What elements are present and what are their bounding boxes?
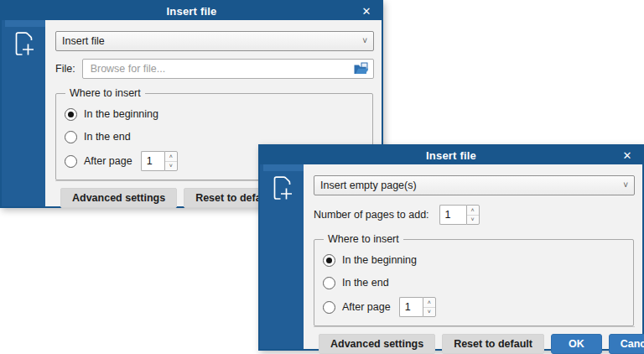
close-icon[interactable]: ✕ bbox=[621, 146, 634, 164]
radio-label: After page bbox=[342, 301, 391, 313]
after-page-spinner: ˄ ˅ bbox=[141, 151, 178, 171]
radio-label: In the beginning bbox=[342, 254, 417, 266]
button-row: Advanced settings Reset to default OK Ca… bbox=[314, 326, 635, 354]
file-label: File: bbox=[55, 63, 75, 75]
insert-file-dialog-front: Insert file ✕ Insert empty page(s) ˅ Num… bbox=[258, 144, 644, 351]
spin-down-icon[interactable]: ˅ bbox=[423, 308, 435, 317]
number-of-pages-spinner: ˄ ˅ bbox=[439, 205, 480, 225]
dropdown-value: Insert file bbox=[62, 35, 105, 47]
spin-arrows: ˄ ˅ bbox=[423, 297, 436, 317]
chevron-down-icon: ˅ bbox=[623, 181, 628, 190]
reset-to-default-button[interactable]: Reset to default bbox=[442, 334, 544, 354]
cancel-button[interactable]: Cancel bbox=[609, 334, 644, 354]
spin-arrows: ˄ ˅ bbox=[164, 151, 178, 171]
dropdown-value: Insert empty page(s) bbox=[320, 180, 417, 191]
titlebar[interactable]: Insert file ✕ bbox=[260, 146, 642, 164]
close-icon[interactable]: ✕ bbox=[360, 2, 373, 20]
where-to-insert-group: Where to insert In the beginning In the … bbox=[314, 233, 634, 326]
number-of-pages-row: Number of pages to add: ˄ ˅ bbox=[314, 205, 635, 225]
chevron-down-icon: ˅ bbox=[362, 37, 367, 45]
file-input-box bbox=[82, 59, 374, 79]
radio-label: In the beginning bbox=[84, 108, 158, 120]
after-page-input[interactable] bbox=[141, 151, 164, 171]
dialog-title: Insert file bbox=[167, 5, 217, 18]
dialog-content: Insert empty page(s) ˅ Number of pages t… bbox=[304, 164, 642, 349]
file-input[interactable] bbox=[89, 62, 353, 75]
sidebar-highlight bbox=[263, 164, 304, 171]
sidebar bbox=[260, 164, 304, 349]
group-label: Where to insert bbox=[65, 87, 145, 99]
after-page-spinner: ˄ ˅ bbox=[399, 297, 436, 317]
spin-up-icon[interactable]: ˄ bbox=[165, 152, 177, 162]
spin-down-icon[interactable]: ˅ bbox=[165, 162, 177, 171]
insert-file-icon bbox=[11, 29, 36, 58]
advanced-settings-button[interactable]: Advanced settings bbox=[60, 188, 177, 208]
insert-type-dropdown[interactable]: Insert file ˅ bbox=[55, 31, 374, 51]
radio-icon bbox=[65, 131, 77, 143]
radio-label: After page bbox=[84, 155, 132, 167]
spin-arrows: ˄ ˅ bbox=[466, 205, 480, 225]
radio-after-page[interactable]: After page ˄ ˅ bbox=[323, 297, 625, 317]
spin-down-icon[interactable]: ˅ bbox=[467, 216, 479, 225]
titlebar[interactable]: Insert file ✕ bbox=[2, 2, 382, 20]
insert-type-dropdown[interactable]: Insert empty page(s) ˅ bbox=[314, 175, 635, 195]
after-page-input[interactable] bbox=[399, 297, 423, 317]
group-label: Where to insert bbox=[324, 233, 403, 245]
dialog-body: Insert empty page(s) ˅ Number of pages t… bbox=[260, 164, 642, 349]
number-of-pages-label: Number of pages to add: bbox=[314, 209, 429, 221]
sidebar bbox=[2, 20, 45, 206]
radio-icon bbox=[323, 254, 335, 267]
radio-label: In the end bbox=[84, 131, 131, 143]
radio-in-the-end[interactable]: In the end bbox=[65, 128, 364, 145]
radio-icon bbox=[65, 155, 77, 168]
radio-in-the-beginning[interactable]: In the beginning bbox=[323, 252, 625, 268]
spin-up-icon[interactable]: ˄ bbox=[467, 206, 479, 216]
radio-in-the-beginning[interactable]: In the beginning bbox=[65, 106, 364, 122]
advanced-settings-button[interactable]: Advanced settings bbox=[319, 334, 435, 354]
radio-icon bbox=[65, 108, 77, 121]
spin-up-icon[interactable]: ˄ bbox=[423, 298, 435, 308]
file-row: File: bbox=[55, 59, 374, 79]
browse-file-icon[interactable] bbox=[353, 62, 369, 75]
sidebar-highlight bbox=[5, 20, 45, 27]
ok-button[interactable]: OK bbox=[551, 334, 602, 354]
radio-label: In the end bbox=[342, 277, 389, 289]
radio-icon bbox=[323, 301, 335, 314]
radio-icon bbox=[323, 277, 335, 289]
number-of-pages-input[interactable] bbox=[439, 205, 466, 225]
insert-file-icon bbox=[269, 174, 294, 202]
dialog-title: Insert file bbox=[426, 149, 476, 162]
radio-in-the-end[interactable]: In the end bbox=[323, 274, 625, 291]
